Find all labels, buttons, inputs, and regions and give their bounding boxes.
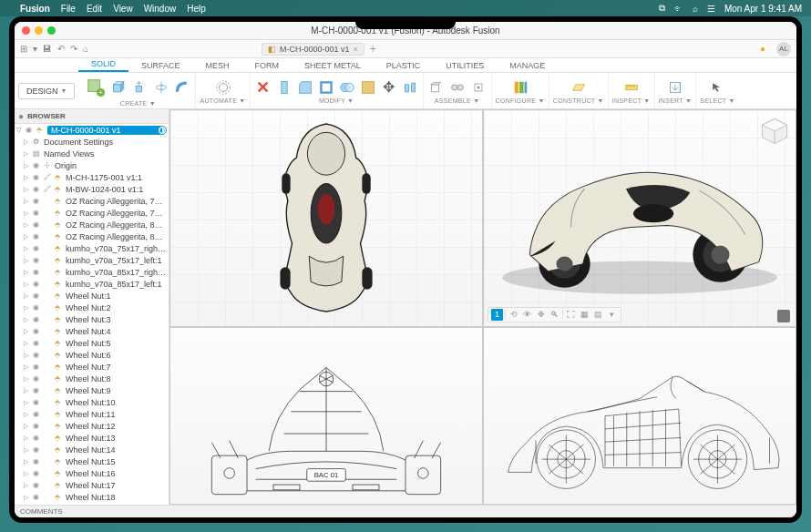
mac-menu-window[interactable]: Window — [144, 4, 177, 14]
user-avatar[interactable]: AL — [776, 42, 791, 56]
insert-icon[interactable] — [666, 78, 684, 97]
maximize-button[interactable] — [47, 26, 56, 35]
box-icon[interactable] — [110, 78, 128, 97]
file-dropdown-icon[interactable]: ▾ — [33, 44, 37, 54]
shell-icon[interactable] — [317, 78, 335, 97]
tree-item-27[interactable]: ▷◉⬘Wheel Nut:18 — [15, 491, 169, 503]
tree-named-views[interactable]: ▷▤Named Views — [15, 148, 169, 159]
tree-origin[interactable]: ▷◉⊹Origin — [15, 159, 169, 171]
tree-item-7[interactable]: ▷◉⬘kumho_v70a_75x17_left:1 — [15, 254, 169, 266]
tree-item-20[interactable]: ▷◉⬘Wheel Nut:11 — [15, 408, 169, 420]
fillet-icon[interactable] — [296, 78, 314, 97]
display-icon[interactable]: ▦ — [579, 309, 590, 321]
measure-icon[interactable] — [622, 78, 641, 97]
fit-icon[interactable]: ⛶ — [565, 309, 577, 321]
mac-menu-help[interactable]: Help — [187, 4, 206, 14]
tab-surface[interactable]: SURFACE — [128, 59, 193, 72]
mac-menu-file[interactable]: File — [61, 4, 76, 14]
control-center-icon[interactable]: ☰ — [707, 4, 715, 14]
tree-item-4[interactable]: ▷◉⬘OZ Racing Alleggerita, 85x17:1 — [15, 219, 169, 230]
texture-icon[interactable] — [359, 78, 377, 97]
mac-menu-view[interactable]: View — [113, 4, 133, 14]
viewport-top[interactable] — [169, 109, 483, 327]
tree-item-22[interactable]: ▷◉⬘Wheel Nut:13 — [15, 432, 169, 444]
viewport-side[interactable] — [483, 327, 796, 505]
tree-item-14[interactable]: ▷◉⬘Wheel Nut:5 — [15, 337, 169, 349]
grid-icon[interactable]: ▤ — [592, 309, 604, 321]
browser-header[interactable]: ● BROWSER — [15, 109, 169, 124]
revolve-icon[interactable] — [152, 78, 170, 97]
home-view-icon[interactable] — [777, 310, 790, 322]
undo-icon[interactable]: ↶ — [57, 44, 65, 54]
tree-document-settings[interactable]: ▷⚙Document Settings — [15, 136, 169, 148]
wifi-icon[interactable]: ᯤ — [674, 4, 683, 14]
automate-icon[interactable] — [214, 78, 232, 97]
configure-icon[interactable] — [511, 78, 529, 97]
tree-item-13[interactable]: ▷◉⬘Wheel Nut:4 — [15, 325, 169, 337]
mac-menu-edit[interactable]: Edit — [87, 4, 102, 14]
save-icon[interactable]: 💾︎ — [43, 44, 52, 54]
tree-item-0[interactable]: ▷◉🔗︎⬘M-CH-1175-001 v1:1 — [15, 171, 169, 183]
tree-item-8[interactable]: ▷◉⬘kumho_v70a_85x17_right:1 — [15, 266, 169, 278]
tree-item-23[interactable]: ▷◉⬘Wheel Nut:14 — [15, 444, 169, 455]
new-tab-button[interactable]: + — [370, 43, 376, 56]
tab-utilities[interactable]: UTILITIES — [433, 59, 497, 72]
tab-solid[interactable]: SOLID — [78, 57, 128, 72]
tree-item-18[interactable]: ▷◉⬘Wheel Nut:9 — [15, 384, 169, 396]
workspace-switcher[interactable]: DESIGN ▼ — [18, 83, 75, 99]
tree-item-10[interactable]: ▷◉⬘Wheel Nut:1 — [15, 290, 169, 302]
tree-item-5[interactable]: ▷◉⬘OZ Racing Alleggerita, 85x17:2 — [15, 230, 169, 242]
pan-icon[interactable]: ✥ — [535, 309, 547, 321]
mac-app-name[interactable]: Fusion — [20, 4, 50, 14]
press-pull-icon[interactable] — [275, 78, 293, 97]
combine-icon[interactable] — [338, 78, 356, 97]
zoom-icon[interactable]: 🔍︎ — [549, 309, 560, 321]
mac-datetime[interactable]: Mon Apr 1 9:41 AM — [724, 4, 802, 14]
extrude-icon[interactable] — [131, 78, 149, 97]
tree-item-11[interactable]: ▷◉⬘Wheel Nut:2 — [15, 302, 169, 313]
collapse-dot-icon[interactable]: ● — [18, 111, 24, 121]
tree-item-25[interactable]: ▷◉⬘Wheel Nut:16 — [15, 467, 169, 479]
close-tab-icon[interactable]: × — [354, 45, 358, 54]
data-panel-icon[interactable]: ⊞ — [20, 44, 27, 54]
tree-item-17[interactable]: ▷◉⬘Wheel Nut:8 — [15, 373, 169, 384]
tree-item-6[interactable]: ▷◉⬘kumho_v70a_75x17_right:1 — [15, 242, 169, 254]
search-icon[interactable]: ⌕ — [693, 4, 698, 14]
viewport-perspective[interactable]: 1 ⟲ 👁︎ ✥ 🔍︎ ⛶ ▦ ▤ ▾ — [483, 109, 796, 327]
comments-bar[interactable]: COMMENTS — [15, 505, 796, 517]
tree-item-3[interactable]: ▷◉⬘OZ Racing Alleggerita, 75x17:2 — [15, 207, 169, 219]
viewport-layout-icon[interactable]: ▾ — [606, 309, 618, 321]
redo-icon[interactable]: ↷ — [70, 44, 77, 54]
minimize-button[interactable] — [35, 26, 43, 35]
joint-icon[interactable] — [448, 78, 467, 97]
new-component-icon[interactable] — [427, 78, 446, 97]
tab-manage[interactable]: MANAGE — [497, 59, 558, 72]
joint-origin-icon[interactable] — [469, 78, 488, 97]
tab-plastic[interactable]: PLASTIC — [374, 59, 434, 72]
nav-mode-1[interactable]: 1 — [491, 309, 503, 321]
new-sketch-icon[interactable]: + — [84, 76, 108, 99]
document-tab[interactable]: ◧ M-CH-0000-001 v1 × — [262, 43, 364, 56]
tree-item-26[interactable]: ▷◉⬘Wheel Nut:17 — [15, 479, 169, 491]
tree-item-12[interactable]: ▷◉⬘Wheel Nut:3 — [15, 313, 169, 325]
orbit-icon[interactable]: ⟲ — [508, 309, 519, 321]
tab-mesh[interactable]: MESH — [193, 59, 242, 72]
viewport-rear[interactable]: BAC 01 — [169, 327, 483, 505]
close-button[interactable] — [22, 26, 30, 35]
sweep-icon[interactable] — [173, 78, 191, 97]
tree-root[interactable]: ▽◉⬘M-CH-0000-001 v1◐ — [15, 124, 169, 136]
delete-icon[interactable]: ✕ — [254, 78, 272, 97]
notification-bell-icon[interactable]: ● — [760, 44, 771, 55]
plane-icon[interactable] — [570, 78, 588, 97]
tree-item-16[interactable]: ▷◉⬘Wheel Nut:7 — [15, 361, 169, 373]
look-icon[interactable]: 👁︎ — [521, 309, 533, 321]
browser-tree[interactable]: ▽◉⬘M-CH-0000-001 v1◐▷⚙Document Settings▷… — [15, 124, 169, 505]
home-icon[interactable]: ⌂ — [83, 44, 88, 54]
tree-item-15[interactable]: ▷◉⬘Wheel Nut:6 — [15, 349, 169, 361]
tree-item-24[interactable]: ▷◉⬘Wheel Nut:15 — [15, 455, 169, 467]
viewcube[interactable] — [759, 116, 790, 147]
tree-item-2[interactable]: ▷◉⬘OZ Racing Alleggerita, 75x17:1 — [15, 195, 169, 207]
tree-item-21[interactable]: ▷◉⬘Wheel Nut:12 — [15, 420, 169, 432]
screenshare-icon[interactable]: ⧉ — [659, 3, 665, 14]
tab-sheetmetal[interactable]: SHEET METAL — [292, 59, 374, 72]
